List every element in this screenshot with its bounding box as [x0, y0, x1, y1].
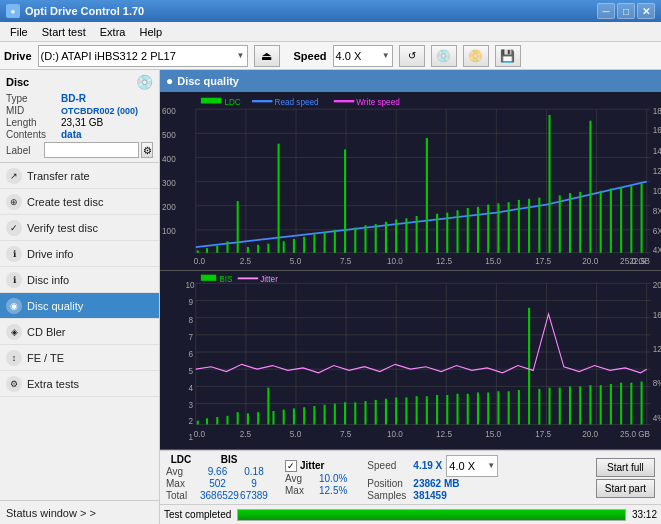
- maximize-button[interactable]: □: [617, 3, 635, 19]
- apply-speed-button[interactable]: ↺: [399, 45, 425, 67]
- svg-rect-94: [160, 271, 661, 449]
- disc-label-button[interactable]: ⚙: [141, 142, 153, 158]
- sidebar-item-fe-te[interactable]: ↕ FE / TE: [0, 345, 159, 371]
- sidebar-item-disc-quality[interactable]: ◉ Disc quality: [0, 293, 159, 319]
- svg-rect-57: [334, 230, 336, 253]
- speed-dropdown[interactable]: 4.0 X ▼: [446, 455, 498, 477]
- jitter-checkbox[interactable]: ✓: [285, 460, 297, 472]
- svg-rect-76: [528, 199, 530, 253]
- drive-select[interactable]: (D:) ATAPI iHBS312 2 PL17 ▼: [38, 45, 248, 67]
- menu-help[interactable]: Help: [133, 24, 168, 40]
- disc-label-input[interactable]: [44, 142, 139, 158]
- main-layout: Disc 💿 Type BD-R MID OTCBDR002 (000) Len…: [0, 70, 661, 524]
- svg-text:4X: 4X: [653, 244, 661, 255]
- sidebar-item-verify-test-disc[interactable]: ✓ Verify test disc: [0, 215, 159, 241]
- svg-rect-48: [247, 247, 249, 253]
- bis-header: BIS: [214, 454, 244, 465]
- svg-rect-46: [226, 241, 228, 252]
- svg-rect-155: [354, 402, 356, 424]
- svg-text:15.0: 15.0: [485, 428, 501, 439]
- svg-rect-51: [278, 144, 280, 253]
- svg-text:100: 100: [162, 226, 176, 237]
- svg-rect-183: [641, 381, 643, 424]
- svg-text:17.5: 17.5: [535, 428, 551, 439]
- sidebar-label-cd-bler: CD Bler: [27, 326, 66, 338]
- sidebar-item-transfer-rate[interactable]: ↗ Transfer rate: [0, 163, 159, 189]
- sidebar-item-drive-info[interactable]: ℹ Drive info: [0, 241, 159, 267]
- app-icon: ●: [6, 4, 20, 18]
- sidebar-label-drive-info: Drive info: [27, 248, 73, 260]
- start-full-button[interactable]: Start full: [596, 458, 655, 477]
- svg-rect-180: [610, 384, 612, 425]
- svg-rect-176: [569, 386, 571, 424]
- svg-text:12X: 12X: [653, 165, 661, 176]
- svg-rect-70: [467, 208, 469, 253]
- drive-select-arrow: ▼: [237, 51, 245, 60]
- sidebar-label-verify-test-disc: Verify test disc: [27, 222, 98, 234]
- sidebar-item-cd-bler[interactable]: ◈ CD Bler: [0, 319, 159, 345]
- svg-rect-84: [610, 188, 612, 252]
- svg-rect-56: [324, 232, 326, 253]
- svg-rect-43: [197, 250, 199, 252]
- minimize-button[interactable]: ─: [597, 3, 615, 19]
- svg-rect-64: [405, 218, 407, 252]
- svg-text:15.0: 15.0: [485, 256, 501, 267]
- menu-extra[interactable]: Extra: [94, 24, 132, 40]
- svg-text:8: 8: [189, 314, 194, 325]
- disc-button-1[interactable]: 💿: [431, 45, 457, 67]
- svg-rect-52: [283, 241, 285, 252]
- svg-text:Read speed: Read speed: [275, 96, 319, 107]
- svg-rect-139: [197, 421, 199, 425]
- fe-te-icon: ↕: [6, 350, 22, 366]
- speed-select[interactable]: 4.0 X ▼: [333, 45, 393, 67]
- progress-bar: [237, 509, 626, 521]
- apply-icon: ↺: [408, 50, 416, 61]
- svg-rect-171: [518, 390, 520, 424]
- position-value: 23862 MB: [413, 478, 459, 489]
- menu-file[interactable]: File: [4, 24, 34, 40]
- disc-info-icon: ℹ: [6, 272, 22, 288]
- eject-icon: ⏏: [261, 49, 272, 63]
- svg-text:20.0: 20.0: [582, 256, 598, 267]
- save-button[interactable]: 💾: [495, 45, 521, 67]
- disc-button-2[interactable]: 📀: [463, 45, 489, 67]
- disc-quality-title: Disc quality: [177, 75, 239, 87]
- menu-start-test[interactable]: Start test: [36, 24, 92, 40]
- jitter-avg-label: Avg: [285, 473, 315, 484]
- jitter-checkbox-container[interactable]: ✓ Jitter: [285, 460, 347, 472]
- svg-rect-140: [206, 418, 208, 424]
- sidebar-item-create-test-disc[interactable]: ⊕ Create test disc: [0, 189, 159, 215]
- charts-container: 600 500 400 300 200 100 18X 16X 14X 12X …: [160, 92, 661, 450]
- svg-rect-86: [630, 186, 632, 253]
- avg-bis: 0.18: [239, 466, 269, 477]
- svg-rect-141: [216, 417, 218, 424]
- disc-length-label: Length: [6, 117, 61, 128]
- svg-rect-85: [620, 187, 622, 252]
- svg-rect-58: [344, 149, 346, 252]
- close-button[interactable]: ✕: [637, 3, 655, 19]
- disc-quality-icon: ◉: [6, 298, 22, 314]
- disc-icon-2: 📀: [468, 49, 483, 63]
- disc-contents-label: Contents: [6, 129, 61, 140]
- drive-value: (D:) ATAPI iHBS312 2 PL17: [41, 50, 176, 62]
- eject-button[interactable]: ⏏: [254, 45, 280, 67]
- svg-rect-69: [457, 210, 459, 252]
- svg-text:2: 2: [189, 416, 194, 427]
- svg-text:600: 600: [162, 105, 176, 116]
- title-bar: ● Opti Drive Control 1.70 ─ □ ✕: [0, 0, 661, 22]
- sidebar-item-disc-info[interactable]: ℹ Disc info: [0, 267, 159, 293]
- svg-rect-151: [313, 406, 315, 424]
- svg-rect-175: [559, 388, 561, 425]
- svg-text:10: 10: [186, 279, 195, 290]
- status-window-bar[interactable]: Status window > >: [0, 500, 159, 524]
- svg-rect-160: [405, 397, 407, 424]
- app-title: Opti Drive Control 1.70: [25, 5, 144, 17]
- speed-dropdown-arrow: ▼: [487, 461, 495, 470]
- svg-rect-150: [303, 407, 305, 424]
- svg-rect-184: [201, 275, 216, 281]
- disc-quality-header: ● Disc quality: [160, 70, 661, 92]
- svg-text:2.5: 2.5: [240, 428, 251, 439]
- svg-rect-152: [324, 405, 326, 425]
- start-part-button[interactable]: Start part: [596, 479, 655, 498]
- sidebar-item-extra-tests[interactable]: ⚙ Extra tests: [0, 371, 159, 397]
